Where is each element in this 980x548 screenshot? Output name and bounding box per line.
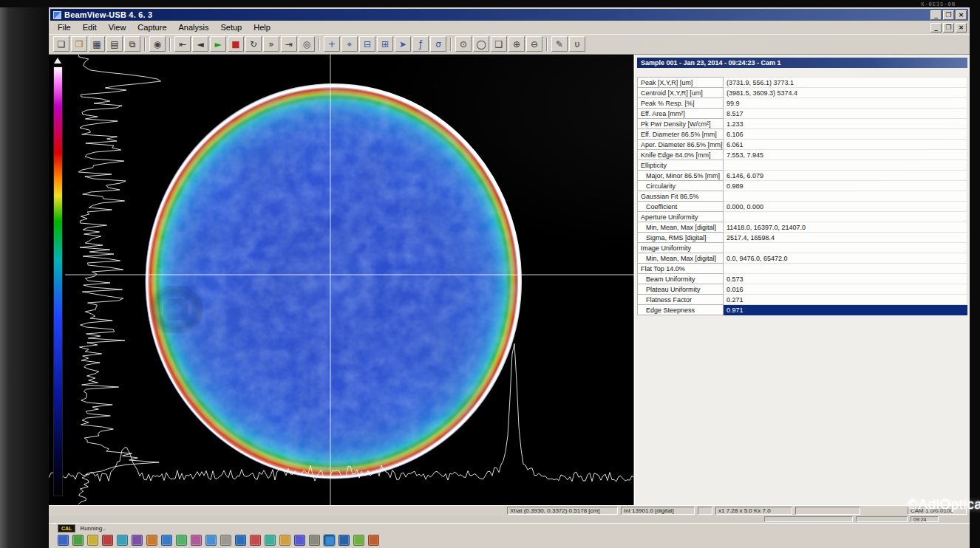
- taskbar-icon-10[interactable]: [205, 535, 217, 546]
- result-row[interactable]: Min, Mean, Max [digital]11418.0, 16397.0…: [638, 222, 967, 233]
- stop-icon: ■: [231, 40, 239, 49]
- taskbar-icon-12[interactable]: [235, 535, 246, 546]
- result-row[interactable]: Aper. Diameter 86.5% [mm]6.061: [638, 140, 967, 150]
- zoom-out-button[interactable]: ⊖: [526, 36, 542, 52]
- taskbar-icon-15[interactable]: [279, 535, 290, 546]
- taskbar-icon-20[interactable]: [353, 535, 364, 546]
- overlay-tool-button[interactable]: ❑: [491, 36, 507, 52]
- taskbar-icon-4[interactable]: [117, 535, 128, 546]
- profile-vertical-button[interactable]: ⊞: [377, 36, 393, 52]
- taskbar: CAL Running..: [49, 523, 970, 548]
- units-button[interactable]: υ: [569, 36, 585, 52]
- beam-display-area[interactable]: [49, 55, 634, 505]
- window-title: BeamView-USB 4. 6. 3: [64, 10, 152, 19]
- profile-horizontal-button[interactable]: ⊟: [359, 36, 375, 52]
- play-button[interactable]: ►: [210, 36, 226, 52]
- result-row[interactable]: Coefficient0.000, 0.000: [638, 202, 967, 212]
- menu-item-file[interactable]: File: [52, 21, 77, 33]
- crosshair-tool-button[interactable]: +: [324, 36, 340, 52]
- result-row[interactable]: Plateau Uniformity0.016: [638, 284, 967, 295]
- menu-item-capture[interactable]: Capture: [132, 21, 172, 33]
- taskbar-icon-14[interactable]: [265, 535, 276, 546]
- go-first-frame-button[interactable]: ⇤: [174, 36, 191, 52]
- result-row[interactable]: Flatness Factor0.271: [638, 295, 967, 305]
- zoom-out-icon: ⊖: [531, 40, 538, 49]
- new-document-button[interactable]: ❏: [53, 36, 69, 52]
- mdi-minimize-button[interactable]: _: [930, 23, 942, 32]
- taskbar-icon-5[interactable]: [132, 535, 143, 546]
- taskbar-icon-18[interactable]: [324, 535, 335, 546]
- result-row[interactable]: Beam Uniformity0.573: [638, 274, 967, 284]
- result-row[interactable]: Major, Minor 86.5% [mm]6.146, 6.079: [638, 171, 967, 181]
- print-button[interactable]: ▤: [106, 36, 123, 52]
- centroid-tool-button[interactable]: ⌖: [341, 36, 358, 52]
- row-value: (3731.9, 556.1) 3773.1: [724, 78, 967, 88]
- taskbar-icon-16[interactable]: [294, 535, 305, 546]
- result-row[interactable]: Eff. Diameter 86.5% [mm]6.106: [638, 129, 967, 140]
- result-row[interactable]: Sigma, RMS [digital]2517.4, 16598.4: [638, 233, 967, 243]
- curve-fit-button[interactable]: ƒ: [412, 36, 429, 52]
- taskbar-icon-8[interactable]: [176, 535, 187, 546]
- stop-button[interactable]: ■: [228, 36, 244, 52]
- taskbar-icon-19[interactable]: [338, 535, 350, 546]
- section-row[interactable]: Ellipticity: [638, 160, 967, 171]
- step-back-button[interactable]: ◄: [192, 36, 208, 52]
- cursor-tool-button[interactable]: ➤: [395, 36, 411, 52]
- ellipse-tool-button[interactable]: ◯: [473, 36, 489, 52]
- go-last-frame-button[interactable]: ⇥: [281, 36, 297, 52]
- result-row[interactable]: Knife Edge 84.0% [mm]7.553, 7.945: [638, 150, 967, 160]
- mdi-close-button[interactable]: ×: [956, 23, 967, 32]
- minimize-button[interactable]: _: [930, 10, 942, 20]
- result-row[interactable]: Eff. Area [mm²]8.517: [638, 109, 967, 119]
- status2-blank-1: [764, 516, 853, 522]
- annotate-button[interactable]: ✎: [551, 36, 568, 52]
- monitor-bezel-right: [970, 0, 980, 548]
- taskbar-icon-6[interactable]: [146, 535, 157, 546]
- section-row[interactable]: Flat Top 14.0%: [638, 264, 967, 274]
- cal-indicator[interactable]: CAL: [58, 524, 75, 532]
- zoom-in-icon: ⊕: [513, 40, 520, 49]
- result-row[interactable]: Peak [X,Y,R] [um](3731.9, 556.1) 3773.1: [638, 78, 967, 88]
- menu-item-edit[interactable]: Edit: [77, 21, 103, 33]
- open-file-button[interactable]: ❐: [71, 36, 87, 52]
- result-row[interactable]: Edge Steepness0.971: [638, 305, 967, 315]
- save-button[interactable]: ▦: [89, 36, 105, 52]
- section-row[interactable]: Gaussian Fit 86.5%: [638, 191, 967, 202]
- result-row[interactable]: Circularity0.989: [638, 181, 967, 191]
- close-button[interactable]: ×: [956, 10, 967, 20]
- taskbar-icon-9[interactable]: [191, 535, 202, 546]
- section-row[interactable]: Image Uniformity: [638, 243, 967, 253]
- row-value: 8.517: [724, 109, 967, 119]
- result-row[interactable]: Centroid [X,Y,R] [um](3981.5, 3609.3) 53…: [638, 88, 967, 98]
- taskbar-icon-1[interactable]: [72, 535, 84, 546]
- refresh-button[interactable]: ↻: [245, 36, 262, 52]
- taskbar-icon-13[interactable]: [250, 535, 261, 546]
- menu-item-setup[interactable]: Setup: [214, 21, 248, 33]
- result-row[interactable]: Pk Pwr Density [W/cm²]1.233: [638, 119, 967, 129]
- step-forward-button[interactable]: »: [263, 36, 279, 52]
- taskbar-icon-0[interactable]: [58, 535, 69, 546]
- result-row[interactable]: Peak % Resp. [%]99.9: [638, 98, 967, 109]
- camera-button[interactable]: ◉: [149, 36, 166, 52]
- section-row[interactable]: Aperture Uniformity: [638, 212, 967, 222]
- menu-item-help[interactable]: Help: [248, 21, 276, 33]
- aperture-tool-button[interactable]: ⊙: [455, 36, 472, 52]
- copy-button[interactable]: ⧉: [124, 36, 140, 52]
- taskbar-icon-11[interactable]: [220, 535, 231, 546]
- statistics-button[interactable]: σ: [430, 36, 446, 52]
- taskbar-icon-7[interactable]: [161, 535, 172, 546]
- taskbar-icon-3[interactable]: [102, 535, 113, 546]
- snapshot-button[interactable]: ◎: [299, 36, 315, 52]
- taskbar-icon-21[interactable]: [368, 535, 379, 546]
- taskbar-icon-2[interactable]: [87, 535, 98, 546]
- mdi-restore-button[interactable]: ❐: [943, 23, 954, 32]
- row-label: Peak [X,Y,R] [um]: [638, 78, 724, 88]
- ellipse-tool-icon: ◯: [476, 40, 486, 49]
- taskbar-icon-17[interactable]: [309, 535, 320, 546]
- result-row[interactable]: Min, Mean, Max [digital]0.0, 9476.0, 654…: [638, 253, 967, 264]
- menu-item-analysis[interactable]: Analysis: [173, 21, 215, 33]
- maximize-button[interactable]: ❐: [943, 10, 954, 20]
- statistics-icon: σ: [435, 40, 441, 49]
- zoom-in-button[interactable]: ⊕: [508, 36, 525, 52]
- menu-item-view[interactable]: View: [103, 21, 132, 33]
